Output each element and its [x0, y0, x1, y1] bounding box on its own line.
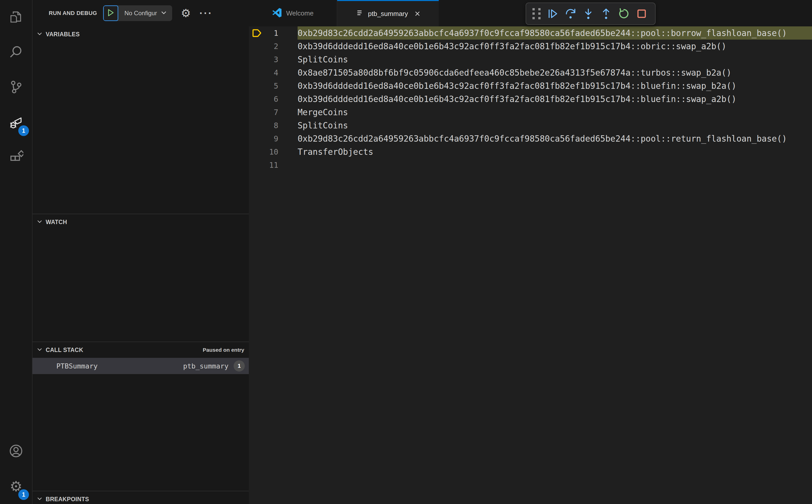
- line-text[interactable]: SplitCoins: [297, 119, 812, 132]
- line-number: 9: [274, 134, 297, 143]
- views-more-actions-button[interactable]: ···: [199, 8, 213, 18]
- manage-settings-button[interactable]: ⚙ 1: [0, 469, 32, 504]
- debug-config-selected: No Configur: [124, 10, 157, 17]
- line-number: 1: [274, 29, 297, 38]
- line-text[interactable]: 0x8ae871505a80d8bf6bf9c05906cda6edfeea46…: [297, 66, 812, 79]
- explorer-icon: [9, 10, 23, 25]
- sidebar-item-explorer[interactable]: [0, 0, 32, 35]
- line-text[interactable]: 0xb39d6dddedd16ed8a40ce0b1e6b43c92acf0ff…: [297, 79, 812, 92]
- step-over-button[interactable]: [562, 5, 580, 23]
- line-number: 2: [274, 42, 297, 51]
- stop-button[interactable]: [633, 5, 651, 23]
- debug-settings-button[interactable]: ⚙: [181, 8, 191, 19]
- current-step-arrow-icon: [252, 28, 262, 38]
- watch-section-label: WATCH: [46, 219, 67, 226]
- line-gutter[interactable]: 3: [249, 53, 297, 66]
- sidebar-item-search[interactable]: [0, 35, 32, 70]
- breakpoints-section-header[interactable]: BREAKPOINTS: [32, 491, 249, 504]
- line-text[interactable]: [297, 158, 812, 172]
- list-file-icon: [355, 9, 364, 19]
- code-line: 1 0xb29d83c26cdd2a64959263abbcfc4a6937f0…: [249, 26, 812, 40]
- sidebar-item-extensions[interactable]: [0, 140, 32, 175]
- line-text[interactable]: SplitCoins: [297, 53, 812, 66]
- extensions-icon: [9, 150, 23, 165]
- code-line: 10 TransferObjects: [249, 145, 812, 158]
- tab-welcome[interactable]: Welcome: [249, 0, 337, 26]
- line-gutter[interactable]: 2: [249, 40, 297, 53]
- toolbar-drag-grip[interactable]: [531, 7, 542, 20]
- chevron-down-icon: [37, 219, 43, 226]
- debug-badge: 1: [18, 125, 29, 136]
- line-number: 10: [269, 147, 297, 156]
- pause-reason-status: Paused on entry: [203, 347, 244, 353]
- line-gutter[interactable]: 9: [249, 132, 297, 145]
- line-text[interactable]: 0xb39d6dddedd16ed8a40ce0b1e6b43c92acf0ff…: [297, 92, 812, 106]
- line-text[interactable]: 0xb29d83c26cdd2a64959263abbcfc4a6937f0c9…: [297, 26, 812, 40]
- watch-section-header[interactable]: WATCH: [32, 214, 249, 230]
- line-gutter[interactable]: 11: [249, 158, 297, 172]
- code-line: 2 0xb39d6dddedd16ed8a40ce0b1e6b43c92acf0…: [249, 40, 812, 53]
- line-gutter[interactable]: 5: [249, 79, 297, 92]
- code-line: 9 0xb29d83c26cdd2a64959263abbcfc4a6937f0…: [249, 132, 812, 145]
- sidebar-item-run-and-debug[interactable]: 1: [0, 105, 32, 140]
- stack-frame-row[interactable]: PTBSummary ptb_summary 1: [32, 358, 249, 374]
- source-control-icon: [9, 80, 23, 95]
- search-icon: [9, 45, 23, 60]
- call-stack-section-label: CALL STACK: [46, 347, 83, 354]
- stack-frame-line-badge: 1: [234, 360, 245, 372]
- line-gutter[interactable]: 1: [249, 26, 297, 40]
- chevron-down-icon: [160, 9, 167, 17]
- line-number: 4: [274, 68, 297, 77]
- variables-section-label: VARIABLES: [46, 31, 80, 38]
- continue-button[interactable]: [544, 5, 562, 23]
- step-out-button[interactable]: [597, 5, 615, 23]
- start-debugging-button[interactable]: [103, 5, 118, 21]
- sidebar-title: RUN AND DEBUG: [49, 10, 97, 16]
- tab-bar: Welcome ptb_summary: [249, 0, 812, 26]
- line-number: 7: [274, 108, 297, 117]
- stack-frame-name: PTBSummary: [56, 362, 98, 370]
- close-icon[interactable]: [414, 10, 421, 18]
- tab-ptb-summary[interactable]: ptb_summary: [337, 0, 439, 26]
- code-line: 8 SplitCoins: [249, 119, 812, 132]
- call-stack-section: CALL STACK Paused on entry PTBSummary pt…: [32, 342, 249, 491]
- run-and-debug-sidebar: RUN AND DEBUG No Configur ⚙: [32, 0, 249, 504]
- accounts-button[interactable]: [0, 434, 32, 469]
- line-gutter[interactable]: 8: [249, 119, 297, 132]
- line-number: 6: [274, 95, 297, 104]
- code-editor: 1 0xb29d83c26cdd2a64959263abbcfc4a6937f0…: [249, 26, 812, 504]
- call-stack-section-header[interactable]: CALL STACK Paused on entry: [32, 342, 249, 358]
- line-gutter[interactable]: 6: [249, 92, 297, 106]
- gear-icon: ⚙: [181, 8, 191, 19]
- watch-section: WATCH: [32, 214, 249, 342]
- breakpoints-section-label: BREAKPOINTS: [46, 496, 89, 503]
- line-text[interactable]: TransferObjects: [297, 145, 812, 158]
- settings-badge: 1: [18, 489, 29, 500]
- line-number: 3: [274, 55, 297, 64]
- sidebar-item-source-control[interactable]: [0, 70, 32, 105]
- launch-controls: No Configur: [103, 5, 172, 21]
- account-icon: [9, 444, 23, 459]
- line-gutter[interactable]: 10: [249, 145, 297, 158]
- line-text[interactable]: 0xb29d83c26cdd2a64959263abbcfc4a6937f0c9…: [297, 132, 812, 145]
- step-into-button[interactable]: [580, 5, 597, 23]
- restart-button[interactable]: [615, 5, 633, 23]
- line-number: 8: [274, 121, 297, 130]
- code-line: 5 0xb39d6dddedd16ed8a40ce0b1e6b43c92acf0…: [249, 79, 812, 92]
- debug-config-dropdown[interactable]: No Configur: [118, 5, 172, 21]
- line-text[interactable]: 0xb39d6dddedd16ed8a40ce0b1e6b43c92acf0ff…: [297, 40, 812, 53]
- line-gutter[interactable]: 7: [249, 106, 297, 119]
- line-text[interactable]: MergeCoins: [297, 106, 812, 119]
- variables-section-header[interactable]: VARIABLES: [32, 26, 249, 42]
- editor-area: Welcome ptb_summary: [249, 0, 812, 504]
- code-line: 4 0x8ae871505a80d8bf6bf9c05906cda6edfeea…: [249, 66, 812, 79]
- tab-welcome-label: Welcome: [286, 9, 313, 17]
- play-icon: [107, 9, 114, 18]
- vscode-logo-icon: [272, 8, 282, 19]
- code-line: 7 MergeCoins: [249, 106, 812, 119]
- line-gutter[interactable]: 4: [249, 66, 297, 79]
- sidebar-header: RUN AND DEBUG No Configur ⚙: [32, 0, 249, 26]
- ellipsis-icon: ···: [199, 8, 213, 18]
- line-number: 11: [269, 161, 297, 170]
- code-line: 11: [249, 158, 812, 172]
